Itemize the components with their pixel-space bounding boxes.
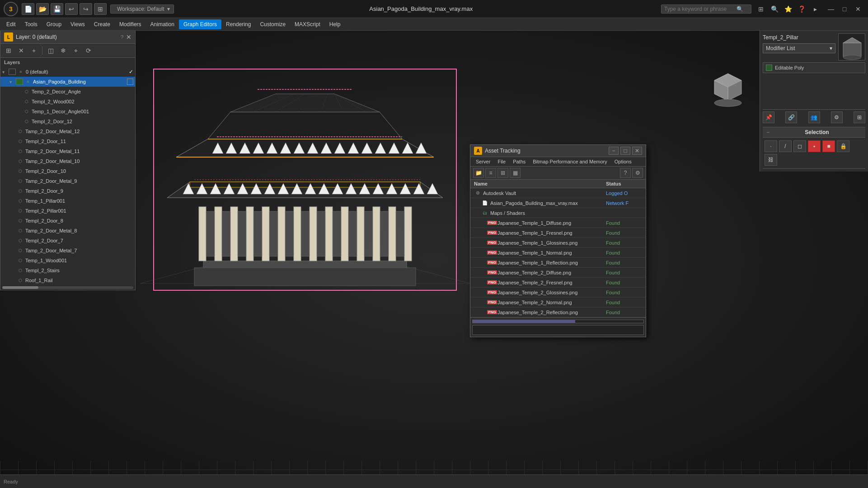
expand-icon[interactable]: ▾ (2, 70, 9, 74)
orientation-cube[interactable] (710, 71, 746, 107)
search2-icon[interactable]: 🔍 (769, 3, 780, 15)
list-item[interactable]: ⬡ Temp_1_Decor_Angle001 (0, 107, 135, 116)
sel-poly-button[interactable]: ▪ (808, 140, 821, 152)
new-button[interactable]: 📄 (22, 3, 34, 15)
layers-help-button[interactable]: ? (121, 34, 123, 40)
asset-menu-file[interactable]: File (494, 158, 509, 165)
menu-modifiers[interactable]: Modifiers (115, 19, 146, 29)
sel-edge-button[interactable]: / (779, 140, 792, 152)
list-item[interactable]: ⬡ Tamp_2_Door_Metal_7 (0, 246, 135, 256)
menu-animation[interactable]: Animation (146, 19, 179, 29)
sel-vertex-button[interactable]: · (765, 140, 777, 152)
list-item[interactable]: ⬡ Templ_2_Door_11 (0, 136, 135, 146)
asset-row[interactable]: PNG Japanese_Temple_1_Glossines.png Foun… (470, 238, 646, 248)
adjust-icon[interactable]: ⚙ (831, 112, 843, 123)
modifier-list-dropdown[interactable]: Modifier List ▾ (763, 43, 835, 53)
asset-row[interactable]: 📄 Asian_Pagoda_Building_max_vray.max Net… (470, 198, 646, 208)
link-icon[interactable]: 🔗 (785, 112, 797, 123)
layers-select-button[interactable]: ◫ (45, 46, 56, 56)
asset-minimize-button[interactable]: − (609, 147, 619, 155)
extra-button[interactable]: ⊞ (94, 3, 107, 15)
menu-views[interactable]: Views (66, 19, 89, 29)
asset-row[interactable]: PNG Japanese_Temple_1_Reflection.png Fou… (470, 258, 646, 268)
list-item[interactable]: ⬡ Tamp_2_Door_Metal_9 (0, 176, 135, 186)
layers-scrollbar[interactable] (0, 285, 135, 290)
asset-row[interactable]: PNG Japanese_Temple_1_Fresnel.png Found (470, 228, 646, 238)
editable-poly-item[interactable]: Editable Poly (763, 62, 865, 73)
undo-button[interactable]: ↩ (65, 3, 78, 15)
menu-edit[interactable]: Edit (2, 19, 20, 29)
list-item[interactable]: ⬡ Templ_2_Door_8 (0, 216, 135, 226)
list-item[interactable]: ⬡ Templ_2_Wood002 (0, 97, 135, 107)
layers-close-button[interactable]: ✕ (126, 33, 131, 41)
sel-lock-button[interactable]: 🔒 (837, 140, 849, 152)
search-box[interactable]: 🔍 (661, 5, 751, 14)
search-input[interactable] (664, 6, 737, 12)
list-item[interactable]: ⬡ Temp_1_Pillar001 (0, 196, 135, 206)
list-item[interactable]: ⬡ Templ_2_Door_9 (0, 186, 135, 196)
sel-border-button[interactable]: ◻ (793, 140, 806, 152)
asset-row[interactable]: PNG Japanese_Temple_1_Normal.png Found (470, 248, 646, 258)
asset-row[interactable]: PNG Japanese_Temple_2_Fresnel.png Found (470, 278, 646, 288)
asset-path-input[interactable] (472, 325, 644, 335)
visibility-box[interactable] (9, 69, 16, 75)
asset-row[interactable]: PNG Japanese_Temple_1_Diffuse.png Found (470, 218, 646, 228)
asset-close-button[interactable]: ✕ (632, 147, 642, 155)
menu-rendering[interactable]: Rendering (221, 19, 255, 29)
list-item[interactable]: ⬡ Tamp_2_Door_Metal_11 (0, 146, 135, 156)
asset-row[interactable]: PNG Japanese_Temple_2_Normal.png Found (470, 297, 646, 307)
list-item[interactable]: ⬡ Templ_2_Stairs (0, 265, 135, 275)
asset-menu-paths[interactable]: Paths (509, 158, 529, 165)
arrow-icon[interactable]: ▸ (809, 3, 821, 15)
open-button[interactable]: 📂 (36, 3, 49, 15)
maximize-button[interactable]: □ (838, 3, 851, 15)
minimize-button[interactable]: — (825, 3, 837, 15)
layers-tool3[interactable]: ⌖ (70, 46, 81, 56)
list-item[interactable]: ⬡ Templ_2_Pillar001 (0, 206, 135, 216)
asset-row[interactable]: PNG Japanese_Temple_2_Diffuse.png Found (470, 268, 646, 278)
list-item[interactable]: ⬡ Tamp_2_Door_Metal_12 (0, 126, 135, 136)
asset-row[interactable]: ⚙ Autodesk Vault Logged O (470, 188, 646, 198)
layer-item[interactable]: ▾ ≡ 0 (default) ✓ (0, 67, 135, 77)
expand-icon[interactable]: ▾ (9, 79, 16, 84)
asset-tool-4[interactable]: ▦ (510, 168, 521, 178)
pin-icon[interactable]: 📌 (763, 112, 774, 123)
menu-group[interactable]: Group (42, 19, 66, 29)
asset-menu-options[interactable]: Options (611, 158, 635, 165)
sel-element-button[interactable]: ■ (822, 140, 835, 152)
layer-options-icon[interactable] (127, 79, 133, 85)
asset-row[interactable]: PNG Japanese_Temple_2_Glossines.png Foun… (470, 288, 646, 297)
list-item[interactable]: ⬡ Temp_1_Wood001 (0, 256, 135, 265)
layers-add-button[interactable]: + (28, 46, 39, 56)
asset-row[interactable]: 🗂 Maps / Shaders (470, 208, 646, 218)
layer-item[interactable]: ▾ ≡ Asian_Pagoda_Building (0, 77, 135, 87)
asset-tool-3[interactable]: ⊞ (497, 168, 508, 178)
people-icon[interactable]: 👥 (808, 112, 820, 123)
visibility-box[interactable] (16, 79, 23, 85)
list-item[interactable]: ⬡ Temp_2_Decor_Angle (0, 87, 135, 97)
workspace-selector[interactable]: Workspace: Default ▾ (110, 5, 174, 14)
menu-graph-editors[interactable]: Graph Editors (179, 19, 221, 29)
list-item[interactable]: ⬡ Templ_2_Door_10 (0, 166, 135, 176)
menu-create[interactable]: Create (89, 19, 115, 29)
asset-row[interactable]: PNG Japanese_Temple_2_Reflection.png Fou… (470, 307, 646, 317)
close-button[interactable]: ✕ (852, 3, 864, 15)
list-item[interactable]: ⬡ Tamp_2_Door_Metal_10 (0, 156, 135, 166)
menu-help[interactable]: Help (325, 19, 345, 29)
layers-delete-button[interactable]: ✕ (16, 46, 27, 56)
help-icon[interactable]: ❓ (796, 3, 807, 15)
grid-icon[interactable]: ⊞ (755, 3, 767, 15)
list-item[interactable]: ⬡ Templ_2_Door_7 (0, 236, 135, 246)
asset-settings-button[interactable]: ⚙ (632, 168, 643, 178)
sel-chain-button[interactable]: ⛓ (765, 154, 777, 166)
editable-poly-checkbox[interactable] (766, 65, 772, 71)
redo-button[interactable]: ↪ (80, 3, 92, 15)
layers-freeze-button[interactable]: ❄ (58, 46, 69, 56)
bookmark-icon[interactable]: ⭐ (782, 3, 794, 15)
asset-restore-button[interactable]: □ (620, 147, 630, 155)
menu-maxscript[interactable]: MAXScript (290, 19, 325, 29)
list-item[interactable]: ⬡ Tamp_2_Door_Metal_8 (0, 226, 135, 236)
grid2-icon[interactable]: ⊞ (854, 112, 865, 123)
list-item[interactable]: ⬡ Roof_1_Rail (0, 275, 135, 285)
asset-tool-2[interactable]: ≡ (485, 168, 496, 178)
